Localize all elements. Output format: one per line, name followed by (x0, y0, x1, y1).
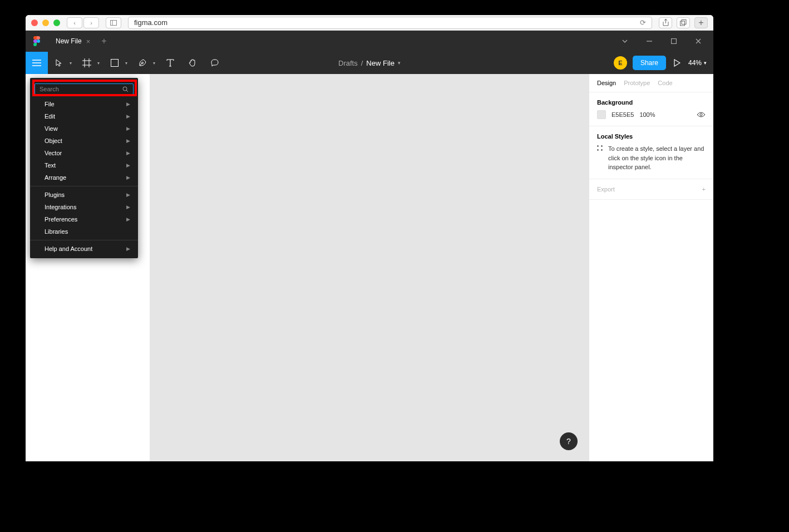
menu-item-integrations[interactable]: Integrations▶ (30, 201, 138, 213)
menu-item-libraries[interactable]: Libraries (30, 225, 138, 238)
menu-item-label: Object (45, 137, 62, 144)
close-icon[interactable] (688, 33, 709, 50)
close-tab-icon[interactable]: × (86, 37, 91, 46)
background-hex[interactable]: E5E5E5 (612, 111, 634, 118)
canvas[interactable]: ? (150, 74, 589, 461)
menu-item-text[interactable]: Text▶ (30, 159, 138, 171)
nav-buttons: ‹ › (67, 17, 99, 28)
minimize-window-button[interactable] (42, 19, 49, 26)
toolbar: ▾ ▾ ▾ ▾ Drafts / New File ▾ E Share (26, 52, 713, 74)
menu-item-vector[interactable]: Vector▶ (30, 147, 138, 159)
svg-point-16 (700, 114, 702, 116)
tab-prototype[interactable]: Prototype (624, 80, 650, 86)
svg-point-18 (601, 145, 602, 146)
browser-chrome: ‹ › figma.com ⟳ + (26, 15, 713, 31)
properties-tabs: Design Prototype Code (589, 74, 713, 92)
color-swatch[interactable] (597, 110, 606, 119)
sidebar-toggle-button[interactable] (106, 17, 121, 28)
main-menu-button[interactable] (26, 52, 48, 74)
move-tool[interactable] (48, 52, 70, 74)
menu-item-view[interactable]: View▶ (30, 122, 138, 135)
svg-point-17 (597, 145, 598, 146)
search-icon (122, 86, 129, 92)
collapse-icon[interactable] (614, 33, 635, 50)
menu-item-plugins[interactable]: Plugins▶ (30, 189, 138, 201)
svg-rect-2 (680, 21, 685, 26)
menu-item-object[interactable]: Object▶ (30, 135, 138, 147)
menu-search-box[interactable] (34, 83, 134, 95)
submenu-arrow-icon: ▶ (126, 162, 130, 168)
breadcrumb-file: New File (366, 59, 394, 67)
add-export-button[interactable]: + (702, 186, 706, 193)
address-bar[interactable]: figma.com ⟳ (128, 17, 652, 29)
maximize-icon[interactable] (663, 33, 684, 50)
tab-design[interactable]: Design (597, 80, 616, 86)
svg-point-15 (142, 62, 144, 64)
figma-logo-icon[interactable] (30, 35, 43, 48)
tabs-icon[interactable] (677, 17, 690, 28)
share-button[interactable]: Share (633, 56, 666, 70)
menu-search-wrap (30, 81, 138, 98)
menu-item-help-and-account[interactable]: Help and Account▶ (30, 243, 138, 255)
hand-tool[interactable] (181, 52, 204, 74)
menu-item-label: Libraries (45, 228, 68, 235)
svg-rect-14 (111, 60, 119, 67)
submenu-arrow-icon: ▶ (126, 138, 130, 144)
present-button[interactable] (672, 57, 683, 69)
menu-item-label: Text (45, 162, 56, 169)
menu-item-arrange[interactable]: Arrange▶ (30, 171, 138, 184)
menu-item-label: Help and Account (45, 245, 92, 252)
svg-point-4 (37, 40, 40, 43)
traffic-lights (31, 19, 60, 26)
refresh-icon[interactable]: ⟳ (640, 18, 646, 27)
submenu-arrow-icon: ▶ (126, 114, 130, 119)
file-tab[interactable]: New File × (49, 33, 96, 50)
frame-tool[interactable] (76, 52, 98, 74)
grid-icon (597, 144, 603, 172)
window-controls (614, 33, 713, 50)
submenu-arrow-icon: ▶ (126, 216, 130, 222)
menu-divider (30, 186, 138, 186)
background-opacity[interactable]: 100% (639, 111, 655, 118)
zoom-control[interactable]: 44% ▾ (688, 59, 707, 67)
svg-point-21 (123, 87, 127, 91)
background-title: Background (597, 99, 706, 106)
menu-item-label: Arrange (45, 174, 66, 181)
menu-item-file[interactable]: File▶ (30, 98, 138, 110)
menu-search-input[interactable] (40, 86, 122, 92)
menu-item-edit[interactable]: Edit▶ (30, 110, 138, 122)
help-button[interactable]: ? (560, 432, 578, 450)
breadcrumb[interactable]: Drafts / New File ▾ (338, 59, 401, 67)
local-styles-description: To create a style, select a layer and cl… (597, 144, 706, 172)
new-tab-button[interactable]: + (694, 17, 708, 28)
forward-button[interactable]: › (83, 17, 99, 28)
new-file-tab-button[interactable]: + (96, 36, 112, 46)
submenu-arrow-icon: ▶ (126, 126, 130, 131)
export-section: Export + (589, 179, 713, 200)
minimize-icon[interactable] (639, 33, 660, 50)
submenu-arrow-icon: ▶ (126, 204, 130, 210)
share-icon[interactable] (659, 17, 672, 28)
local-styles-text: To create a style, select a layer and cl… (608, 144, 706, 172)
menu-item-preferences[interactable]: Preferences▶ (30, 213, 138, 225)
back-button[interactable]: ‹ (67, 17, 82, 28)
breadcrumb-folder: Drafts (338, 59, 358, 67)
chevron-down-icon: ▾ (704, 60, 707, 66)
maximize-window-button[interactable] (53, 19, 60, 26)
tab-code[interactable]: Code (658, 80, 672, 86)
svg-line-22 (126, 90, 128, 92)
avatar[interactable]: E (614, 56, 627, 70)
chevron-down-icon[interactable]: ▾ (398, 60, 401, 66)
comment-tool[interactable] (204, 52, 226, 74)
export-title: Export (597, 186, 615, 193)
close-window-button[interactable] (31, 19, 38, 26)
pen-tool[interactable] (131, 52, 154, 74)
toolbar-right: E Share 44% ▾ (614, 56, 713, 70)
shape-tool[interactable] (103, 52, 126, 74)
visibility-toggle-icon[interactable] (697, 111, 706, 118)
menu-item-label: View (45, 125, 58, 132)
browser-right-buttons: + (659, 17, 708, 28)
text-tool[interactable] (159, 52, 181, 74)
submenu-arrow-icon: ▶ (126, 175, 130, 180)
local-styles-title: Local Styles (597, 133, 706, 140)
